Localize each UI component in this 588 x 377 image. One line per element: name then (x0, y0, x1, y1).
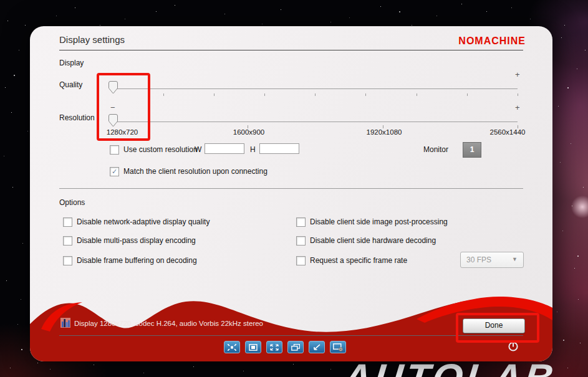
quality-tick (163, 93, 164, 96)
disable-network-adaptive-checkbox[interactable] (63, 217, 72, 227)
resolution-tick-label-1920x1080: 1920x1080 (367, 128, 402, 136)
quality-tick (214, 93, 214, 96)
request-frame-rate-checkbox[interactable] (296, 256, 306, 265)
frame-rate-value: 30 FPS (466, 255, 491, 264)
annotation-box-slider-handles (97, 73, 150, 141)
quality-tick (417, 93, 417, 96)
disable-hw-decoding-checkbox[interactable] (296, 236, 306, 246)
frame-rate-dropdown[interactable]: 30 FPS ▼ (460, 252, 524, 268)
quality-plus: + (515, 70, 520, 79)
quality-tick (315, 93, 316, 96)
disable-hw-decoding-label: Disable client side hardware decoding (310, 236, 436, 245)
resolution-plus: + (515, 103, 520, 112)
disable-multipass-checkbox[interactable] (63, 236, 72, 246)
quality-tick (365, 93, 366, 96)
height-label: H (250, 145, 256, 154)
disable-postprocessing-checkbox[interactable] (296, 217, 306, 227)
display-settings-icon[interactable] (330, 341, 346, 353)
disable-multipass-label: Disable multi-pass display encoding (77, 236, 196, 245)
quality-slider-track[interactable] (113, 88, 518, 89)
quality-tick (467, 93, 468, 96)
monitor-label: Monitor (423, 145, 448, 154)
height-input[interactable] (259, 143, 299, 154)
fit-to-window-icon[interactable] (224, 341, 240, 353)
use-custom-resolution-label: Use custom resolution (123, 145, 198, 154)
disable-frame-buffering-checkbox[interactable] (63, 256, 72, 265)
quality-tick (518, 93, 518, 96)
annotation-box-done-button (456, 313, 539, 343)
nomachine-logo: NOMACHINE (458, 35, 526, 47)
disable-frame-buffering-label: Disable frame buffering on decoding (77, 256, 197, 265)
resolution-slider-track[interactable] (113, 122, 518, 122)
header-divider (59, 50, 523, 50)
width-input[interactable] (205, 143, 244, 154)
shrink-window-icon[interactable] (309, 341, 325, 353)
match-client-resolution-checkbox[interactable]: ✓ (110, 167, 119, 176)
resolution-label: Resolution (59, 113, 95, 122)
display-settings-dialog: Display settings NOMACHINE Display Quali… (30, 26, 552, 361)
disable-network-adaptive-label: Disable network-adaptive display quality (77, 217, 210, 226)
star-field-bright (0, 0, 1, 1)
resolution-tick-label-1600x900: 1600x900 (233, 128, 265, 136)
checkbox-checked-icon: ✓ (112, 168, 117, 175)
page-title: Display settings (59, 34, 125, 45)
footer-divider (59, 335, 523, 336)
use-custom-resolution-checkbox[interactable] (110, 145, 119, 155)
show-menu-panel-icon[interactable] (245, 341, 261, 353)
quality-tick (264, 93, 265, 96)
monitor-1-button[interactable]: 1 (463, 142, 481, 158)
options-section-label: Options (59, 198, 85, 207)
status-text: Display 1280x720, codec H.264, audio Vor… (74, 320, 263, 327)
quality-label: Quality (59, 80, 82, 89)
display-stats-icon (60, 318, 70, 328)
chevron-down-icon: ▼ (512, 256, 518, 262)
disable-postprocessing-label: Disable client side image post-processin… (310, 217, 448, 226)
fullscreen-icon[interactable] (266, 341, 282, 353)
resolution-tick-label-2560x1440: 2560x1440 (490, 128, 526, 136)
display-section-label: Display (59, 59, 84, 67)
request-frame-rate-label: Request a specific frame rate (310, 256, 407, 265)
width-label: W (195, 145, 201, 154)
match-client-resolution-label: Match the client resolution upon connect… (123, 167, 267, 176)
multi-monitor-icon[interactable] (287, 341, 304, 353)
section-divider (59, 188, 523, 189)
